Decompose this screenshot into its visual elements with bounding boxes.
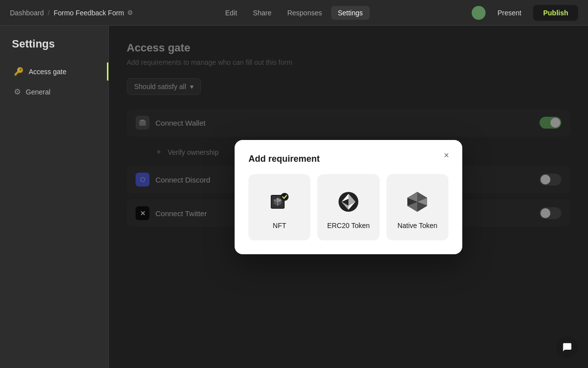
native-token-card[interactable]: Native Token	[387, 174, 448, 240]
sidebar-item-general[interactable]: ⚙ General	[8, 83, 100, 101]
nft-icon	[267, 189, 293, 215]
chat-bubble[interactable]	[556, 336, 578, 358]
sidebar-item-access-gate[interactable]: 🔑 Access gate	[8, 62, 100, 81]
tab-edit[interactable]: Edit	[218, 6, 244, 20]
requirement-cards: NFT ERC20 Tok	[248, 174, 448, 240]
modal-title: Add requirement	[248, 154, 448, 164]
top-nav: Dashboard / Formo Feedback Form ⚙ Edit S…	[0, 0, 588, 26]
main-layout: Settings 🔑 Access gate ⚙ General Access …	[0, 26, 588, 368]
sidebar-title: Settings	[8, 38, 100, 50]
tab-settings[interactable]: Settings	[331, 6, 370, 20]
nav-right: Present Publish	[472, 5, 578, 21]
native-token-icon	[404, 189, 430, 215]
active-indicator	[107, 62, 108, 81]
erc20-label: ERC20 Token	[327, 222, 370, 230]
present-button[interactable]: Present	[491, 6, 527, 20]
gear-icon: ⚙	[14, 87, 21, 96]
svg-point-5	[281, 193, 289, 201]
dashboard-link[interactable]: Dashboard	[10, 9, 44, 17]
add-requirement-modal: Add requirement ×	[235, 140, 462, 254]
nft-label: NFT	[273, 222, 286, 230]
breadcrumb-separator: /	[48, 9, 50, 17]
erc20-card[interactable]: ERC20 Token	[317, 174, 379, 240]
sidebar: Settings 🔑 Access gate ⚙ General	[0, 26, 109, 368]
key-icon: 🔑	[14, 67, 24, 76]
user-avatar	[472, 6, 486, 20]
content-area: Access gate Add requirements to manage w…	[109, 26, 588, 368]
form-name: Formo Feedback Form ⚙	[53, 9, 133, 17]
tab-responses[interactable]: Responses	[280, 6, 329, 20]
modal-overlay[interactable]: Add requirement ×	[109, 26, 588, 368]
tab-share[interactable]: Share	[246, 6, 278, 20]
modal-close-button[interactable]: ×	[440, 149, 453, 163]
nav-tabs: Edit Share Responses Settings	[218, 6, 370, 20]
publish-button[interactable]: Publish	[533, 5, 578, 21]
nft-card[interactable]: NFT	[248, 174, 310, 240]
erc20-icon	[336, 189, 361, 215]
native-token-label: Native Token	[397, 222, 438, 230]
